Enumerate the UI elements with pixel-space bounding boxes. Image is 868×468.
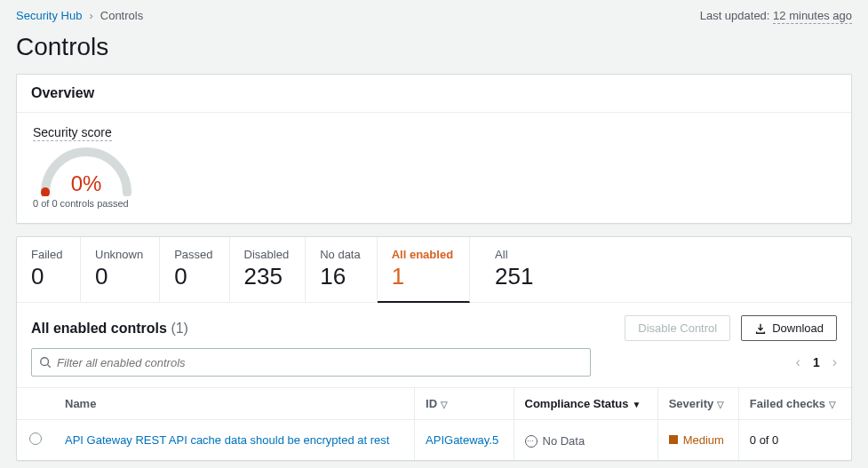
- tab-unknown-value: 0: [95, 263, 143, 290]
- table-row: API Gateway REST API cache data should b…: [17, 420, 851, 461]
- overview-panel: Overview Security score 0% 0 of 0 contro…: [16, 74, 852, 224]
- tab-passed-label: Passed: [174, 248, 212, 261]
- list-count: (1): [171, 321, 188, 336]
- pager-prev[interactable]: ‹: [796, 354, 800, 370]
- tab-all-value: 251: [495, 263, 533, 290]
- tab-failed-label: Failed: [31, 248, 64, 261]
- search-icon: [39, 356, 52, 369]
- col-failed[interactable]: Failed checks▽: [738, 388, 851, 420]
- tab-disabled-value: 235: [244, 263, 290, 290]
- col-name[interactable]: Name: [54, 388, 415, 420]
- sort-icon: ▽: [441, 400, 448, 409]
- chevron-right-icon: ›: [89, 9, 92, 22]
- col-severity[interactable]: Severity▽: [657, 388, 738, 420]
- compliance-status-text: No Data: [543, 434, 585, 448]
- page-title: Controls: [16, 33, 852, 61]
- tab-no-data-label: No data: [320, 248, 361, 261]
- sort-desc-icon: ▼: [633, 400, 641, 409]
- pager-page: 1: [813, 355, 820, 369]
- svg-point-0: [41, 358, 49, 366]
- tab-disabled[interactable]: Disabled 235: [230, 237, 307, 302]
- tab-all[interactable]: All 251: [470, 237, 549, 302]
- tab-all-enabled-label: All enabled: [392, 248, 453, 261]
- row-select-radio[interactable]: [29, 432, 42, 445]
- controls-list-panel: Failed 0 Unknown 0 Passed 0 Disabled 235…: [16, 236, 852, 461]
- breadcrumb: Security Hub › Controls: [16, 9, 143, 22]
- tab-failed-value: 0: [31, 263, 64, 290]
- security-score-gauge: 0%: [33, 147, 139, 196]
- last-updated: Last updated: 12 minutes ago: [700, 9, 852, 22]
- disable-control-button[interactable]: Disable Control: [625, 315, 730, 341]
- failed-checks-value: 0 of 0: [750, 433, 779, 447]
- download-button-label: Download: [772, 321, 824, 335]
- overview-heading: Overview: [17, 75, 851, 113]
- filter-box[interactable]: [31, 348, 591, 377]
- control-id-link[interactable]: APIGateway.5: [426, 433, 498, 447]
- security-score-percent: 0%: [33, 171, 139, 196]
- col-id[interactable]: ID▽: [415, 388, 514, 420]
- breadcrumb-current: Controls: [100, 9, 143, 22]
- tab-all-enabled-value: 1: [392, 263, 453, 290]
- last-updated-value: 12 minutes ago: [773, 9, 852, 24]
- tab-unknown[interactable]: Unknown 0: [81, 237, 160, 302]
- breadcrumb-root-link[interactable]: Security Hub: [16, 9, 82, 22]
- pager-next[interactable]: ›: [832, 354, 837, 370]
- no-data-icon: ⋯: [525, 435, 538, 448]
- severity-badge: Medium: [669, 433, 724, 447]
- security-score-label: Security score: [33, 125, 112, 141]
- download-icon: [754, 322, 767, 335]
- sort-icon: ▽: [829, 400, 836, 409]
- control-name-link[interactable]: API Gateway REST API cache data should b…: [65, 433, 389, 447]
- sort-icon: ▽: [717, 400, 724, 409]
- list-title-text: All enabled controls: [31, 321, 167, 336]
- tab-no-data[interactable]: No data 16: [306, 237, 378, 302]
- list-title: All enabled controls (1): [31, 321, 188, 337]
- tab-passed-value: 0: [174, 263, 212, 290]
- last-updated-label: Last updated:: [700, 9, 770, 22]
- filter-input[interactable]: [57, 356, 583, 369]
- status-tabs: Failed 0 Unknown 0 Passed 0 Disabled 235…: [17, 237, 851, 303]
- tab-no-data-value: 16: [320, 263, 361, 290]
- breadcrumb-row: Security Hub › Controls Last updated: 12…: [16, 0, 852, 29]
- tab-unknown-label: Unknown: [95, 248, 143, 261]
- severity-square-icon: [669, 435, 678, 444]
- download-button[interactable]: Download: [741, 315, 837, 341]
- col-id-label: ID: [426, 397, 437, 410]
- col-compliance[interactable]: Compliance Status▼: [514, 388, 657, 420]
- col-severity-label: Severity: [669, 397, 714, 410]
- tab-disabled-label: Disabled: [244, 248, 290, 261]
- tab-all-label: All: [495, 248, 533, 261]
- col-select: [17, 388, 54, 420]
- tab-all-enabled[interactable]: All enabled 1: [378, 237, 470, 303]
- col-failed-label: Failed checks: [750, 397, 825, 410]
- controls-table: Name ID▽ Compliance Status▼ Severity▽ Fa…: [17, 387, 851, 460]
- col-compliance-label: Compliance Status: [525, 397, 629, 410]
- tab-passed[interactable]: Passed 0: [160, 237, 229, 302]
- severity-text: Medium: [683, 433, 724, 447]
- col-name-label: Name: [65, 397, 96, 410]
- security-score-subtext: 0 of 0 controls passed: [33, 198, 129, 209]
- pager: ‹ 1 ›: [796, 354, 837, 370]
- tab-failed[interactable]: Failed 0: [17, 237, 81, 302]
- compliance-status: ⋯ No Data: [525, 434, 585, 448]
